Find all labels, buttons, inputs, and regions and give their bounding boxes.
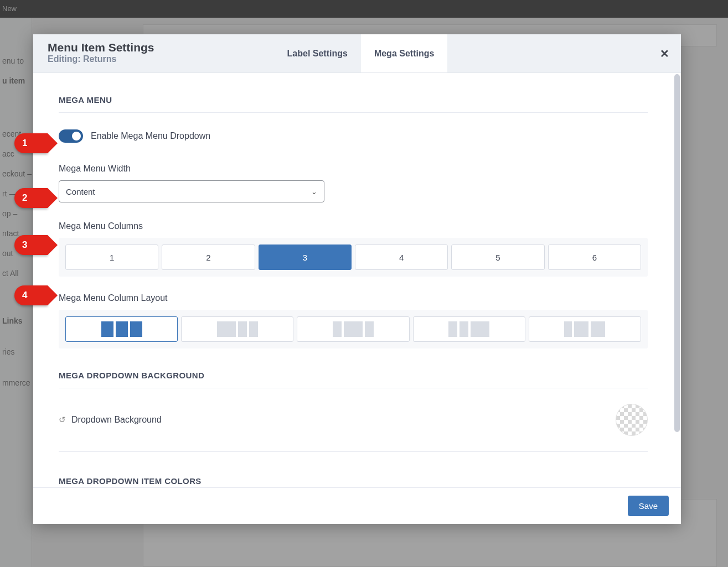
annotation-1: 1	[14, 133, 48, 153]
col-btn-3[interactable]: 3	[259, 245, 352, 270]
modal-header: Menu Item Settings Editing: Returns Labe…	[33, 34, 681, 73]
enable-mega-menu-label: Enable Mega Menu Dropdown	[91, 131, 210, 141]
layout-selector	[59, 310, 648, 348]
annotation-4: 4	[14, 285, 48, 305]
modal-title: Menu Item Settings	[48, 41, 154, 54]
col-btn-5[interactable]: 5	[451, 245, 544, 270]
annotation-3: 3	[14, 235, 48, 255]
modal-subtitle: Editing: Returns	[48, 54, 154, 64]
section-item-colors-title: MEGA DROPDOWN ITEM COLORS	[59, 476, 648, 486]
menu-item-settings-modal: Menu Item Settings Editing: Returns Labe…	[33, 34, 681, 524]
chevron-down-icon: ⌄	[311, 188, 317, 196]
mega-menu-width-value: Content	[66, 187, 95, 196]
mega-menu-layout-label: Mega Menu Column Layout	[59, 293, 648, 303]
mega-menu-columns-label: Mega Menu Columns	[59, 221, 648, 231]
topbar-new: New	[2, 4, 17, 13]
layout-left-heavy[interactable]	[181, 316, 293, 342]
col-btn-4[interactable]: 4	[355, 245, 448, 270]
layout-narrow-wide-wide[interactable]	[529, 316, 641, 342]
modal-scrollbar[interactable]	[673, 73, 681, 487]
layout-right-heavy[interactable]	[413, 316, 525, 342]
col-btn-1[interactable]: 1	[65, 245, 158, 270]
mega-menu-width-label: Mega Menu Width	[59, 164, 648, 174]
save-button[interactable]: Save	[628, 496, 669, 516]
enable-mega-menu-toggle[interactable]	[59, 129, 83, 143]
modal-footer: Save	[33, 487, 681, 524]
modal-body: MEGA MENU Enable Mega Menu Dropdown Mega…	[33, 73, 673, 487]
tab-label-settings[interactable]: Label Settings	[274, 34, 361, 72]
reset-icon[interactable]: ↺	[59, 415, 66, 425]
layout-center-heavy[interactable]	[297, 316, 409, 342]
columns-selector: 1 2 3 4 5 6	[59, 238, 648, 277]
col-btn-6[interactable]: 6	[548, 245, 641, 270]
dropdown-background-label: Dropdown Background	[71, 415, 162, 425]
annotation-2: 2	[14, 188, 48, 208]
section-dropdown-bg-title: MEGA DROPDOWN BACKGROUND	[59, 371, 648, 380]
mega-menu-width-select[interactable]: Content ⌄	[59, 180, 324, 202]
close-icon[interactable]: ✕	[648, 34, 681, 72]
tab-mega-settings[interactable]: Mega Settings	[361, 34, 447, 72]
dropdown-background-swatch[interactable]	[616, 404, 648, 436]
col-btn-2[interactable]: 2	[162, 245, 255, 270]
layout-equal[interactable]	[65, 316, 178, 342]
section-mega-menu-title: MEGA MENU	[59, 95, 648, 105]
wp-topbar: New	[0, 0, 728, 18]
